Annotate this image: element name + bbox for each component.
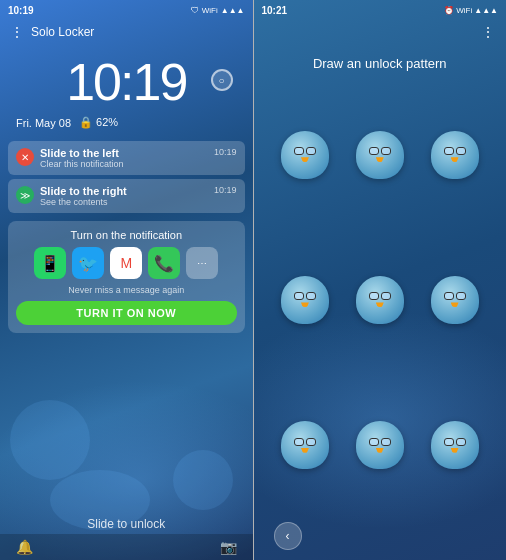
bird-4 bbox=[281, 276, 329, 324]
right-menu-dots-icon[interactable]: ⋮ bbox=[481, 24, 496, 40]
slide-unlock-text: Slide to unlock bbox=[87, 517, 165, 531]
never-miss-text: Never miss a message again bbox=[16, 285, 237, 295]
more-apps-icon[interactable]: ⋯ bbox=[186, 247, 218, 279]
notif-title-2: Slide to the right bbox=[40, 185, 208, 197]
phone-icon[interactable]: 📞 bbox=[148, 247, 180, 279]
bird-8 bbox=[356, 421, 404, 469]
lock-circle: ○ bbox=[211, 69, 233, 91]
left-status-time: 10:19 bbox=[8, 5, 34, 16]
notif-sub-1: Clear this notification bbox=[40, 159, 208, 169]
notification-item-1[interactable]: ✕ Slide to the left Clear this notificat… bbox=[8, 141, 245, 175]
back-chevron-icon: ‹ bbox=[286, 529, 290, 543]
notif-title-1: Slide to the left bbox=[40, 147, 208, 159]
back-button[interactable]: ‹ bbox=[274, 522, 302, 550]
notif-time-1: 10:19 bbox=[214, 147, 237, 157]
menu-dots-icon[interactable]: ⋮ bbox=[10, 24, 25, 40]
pattern-dot-4[interactable] bbox=[274, 233, 337, 366]
date-display: Fri. May 08 bbox=[16, 117, 71, 129]
pattern-dot-7[interactable] bbox=[274, 379, 337, 512]
draw-unlock-text: Draw an unlock pattern bbox=[313, 56, 447, 71]
bird-2 bbox=[356, 131, 404, 179]
bell-icon[interactable]: 🔔 bbox=[16, 539, 33, 555]
wifi-icon: WiFi bbox=[202, 6, 218, 15]
battery-display: 🔒 62% bbox=[79, 116, 118, 129]
notif-content-2: Slide to the right See the contents bbox=[40, 185, 208, 207]
status-bar-right: 10:21 ⏰ WiFi ▲▲▲ bbox=[254, 0, 507, 20]
signal-icon-right: ▲▲▲ bbox=[474, 6, 498, 15]
twitter-icon[interactable]: 🐦 bbox=[72, 247, 104, 279]
notifications-list: ✕ Slide to the left Clear this notificat… bbox=[8, 141, 245, 213]
clock-area: 10:19 ○ bbox=[0, 44, 253, 116]
slide-unlock-area[interactable]: Slide to unlock bbox=[0, 514, 253, 532]
notif-content-1: Slide to the left Clear this notificatio… bbox=[40, 147, 208, 169]
bottom-bar-left: 🔔 📷 bbox=[0, 534, 253, 560]
notif-icon-red: ✕ bbox=[16, 148, 34, 166]
pattern-dot-9[interactable] bbox=[423, 379, 486, 512]
right-status-time: 10:21 bbox=[262, 5, 288, 16]
notif-icon-green: ≫ bbox=[16, 186, 34, 204]
bird-9 bbox=[431, 421, 479, 469]
shield-icon: 🛡 bbox=[191, 6, 199, 15]
lock-icon-area: ○ bbox=[211, 69, 233, 91]
bird-1 bbox=[281, 131, 329, 179]
right-header: ⋮ bbox=[254, 20, 507, 44]
notif-sub-2: See the contents bbox=[40, 197, 208, 207]
bird-3 bbox=[431, 131, 479, 179]
date-battery-row: Fri. May 08 🔒 62% bbox=[0, 116, 253, 137]
signal-icon: ▲▲▲ bbox=[221, 6, 245, 15]
pattern-dot-2[interactable] bbox=[348, 88, 411, 221]
camera-icon[interactable]: 📷 bbox=[220, 539, 237, 555]
notif-time-2: 10:19 bbox=[214, 185, 237, 195]
right-panel: 10:21 ⏰ WiFi ▲▲▲ ⋮ Draw an unlock patter… bbox=[254, 0, 507, 560]
pattern-dot-3[interactable] bbox=[423, 88, 486, 221]
pattern-dot-8[interactable] bbox=[348, 379, 411, 512]
turn-it-on-button[interactable]: TURN IT ON NOW bbox=[16, 301, 237, 325]
pattern-dot-5[interactable] bbox=[348, 233, 411, 366]
wifi-icon-right: WiFi bbox=[456, 6, 472, 15]
app-header: ⋮ Solo Locker bbox=[0, 20, 253, 44]
bird-5 bbox=[356, 276, 404, 324]
draw-unlock-area: Draw an unlock pattern bbox=[254, 44, 507, 88]
left-panel: 10:19 🛡 WiFi ▲▲▲ ⋮ Solo Locker 10:19 ○ F… bbox=[0, 0, 253, 560]
bird-7 bbox=[281, 421, 329, 469]
app-title: Solo Locker bbox=[31, 25, 94, 39]
lock-symbol: ○ bbox=[218, 75, 224, 86]
alarm-icon: ⏰ bbox=[444, 6, 454, 15]
gmail-icon[interactable]: M bbox=[110, 247, 142, 279]
pattern-dot-6[interactable] bbox=[423, 233, 486, 366]
pattern-dot-1[interactable] bbox=[274, 88, 337, 221]
status-icons-right: ⏰ WiFi ▲▲▲ bbox=[444, 6, 498, 15]
clock-display: 10:19 bbox=[66, 52, 186, 112]
back-button-area: ‹ bbox=[254, 512, 507, 560]
status-bar-left: 10:19 🛡 WiFi ▲▲▲ bbox=[0, 0, 253, 20]
pattern-grid[interactable] bbox=[254, 88, 507, 512]
app-icons-row: 📱 🐦 M 📞 ⋯ bbox=[16, 247, 237, 279]
bird-6 bbox=[431, 276, 479, 324]
notification-item-2[interactable]: ≫ Slide to the right See the contents 10… bbox=[8, 179, 245, 213]
turn-on-notification-section: Turn on the notification 📱 🐦 M 📞 ⋯ Never… bbox=[8, 221, 245, 333]
whatsapp-icon[interactable]: 📱 bbox=[34, 247, 66, 279]
status-icons-left: 🛡 WiFi ▲▲▲ bbox=[191, 6, 245, 15]
turn-on-title: Turn on the notification bbox=[16, 229, 237, 241]
